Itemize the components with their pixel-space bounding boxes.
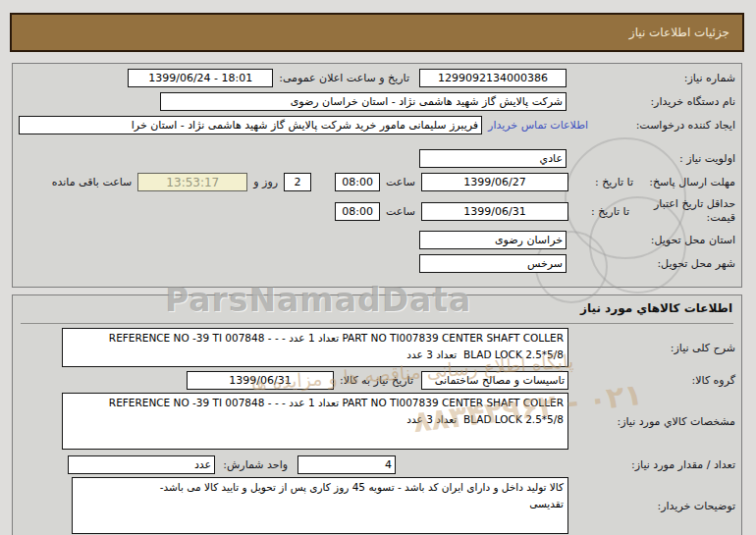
quantity-field[interactable]: 4 (297, 455, 396, 474)
creator-label: ایجاد کننده درخواست: (588, 119, 735, 132)
until-date-label: تا تاریخ : (568, 176, 633, 188)
announce-datetime-label: تاریخ و ساعت اعلان عمومی: (279, 72, 409, 84)
until-date-label-2: تا تاریخ : (568, 205, 629, 218)
section-divider (21, 323, 733, 324)
response-deadline-row: مهلت ارسال پاسخ: تا تاریخ : 1399/06/27 س… (19, 173, 735, 191)
validity-time-field[interactable]: 08:00 (335, 202, 380, 221)
countdown-timer: 13:53:17 (137, 173, 247, 191)
response-deadline-label: مهلت ارسال پاسخ: (633, 176, 735, 188)
buyer-notes-label: توضیحات خریدار: (568, 500, 735, 512)
need-number-label: شماره نیاز: (567, 72, 735, 84)
need-details-page: { "header": { "title": "جزئیات اطلاعات ن… (0, 0, 756, 535)
price-validity-label: حداقل تاریخ اعتبار قیمت: (629, 197, 735, 225)
need-number-row: شماره نیاز: 1299092134000386 تاریخ و ساع… (19, 69, 735, 87)
goods-info-panel: اطلاعات کالاهاي مورد نیاز شرح کلی نیاز: … (12, 294, 742, 535)
priority-label: اولویت نیاز : (567, 152, 735, 165)
need-info-panel: شماره نیاز: 1299092134000386 تاریخ و ساع… (12, 63, 742, 288)
goods-group-label: گروه کالا: (568, 374, 735, 387)
creator-row: ایجاد کننده درخواست: اطلاعات تماس خریدار… (19, 116, 735, 134)
buyer-contact-link[interactable]: اطلاعات تماس خریدار (488, 119, 588, 132)
need-description-textarea[interactable]: PART NO TI007839 CENTER SHAFT COLLER تعد… (62, 328, 568, 367)
goods-group-field[interactable]: تاسیسات و مصالح ساختمانی (421, 371, 568, 390)
deadline-time-field[interactable]: 08:00 (335, 173, 380, 191)
goods-group-row: گروه کالا: تاسیسات و مصالح ساختمانی تاری… (19, 371, 735, 390)
quantity-row: تعداد / مقدار مورد نیاز: 4 واحد شمارش: ع… (19, 455, 735, 474)
validity-date-field[interactable]: 1399/06/31 (421, 202, 568, 221)
need-date-field[interactable]: 1399/06/31 (187, 371, 334, 390)
creator-field[interactable]: فریبرز سلیمانی مامور خرید شرکت پالایش گا… (19, 116, 482, 134)
need-description-label: شرح کلی نیاز: (568, 342, 735, 354)
delivery-province-label: استان محل تحویل: (567, 234, 735, 246)
delivery-city-row: شهر محل تحویل: سرخس (19, 254, 735, 273)
buyer-name-field[interactable]: شرکت پالایش گاز شهید هاشمی نژاد - استان … (160, 92, 567, 111)
need-number-field[interactable]: 1299092134000386 (419, 69, 567, 87)
need-date-label: تاریخ نیاز به کالا: (340, 374, 413, 387)
page-title: جزئیات اطلاعات نیاز (629, 26, 742, 39)
quantity-label: تعداد / مقدار مورد نیاز: (568, 458, 735, 471)
deadline-date-field[interactable]: 1399/06/27 (421, 173, 568, 191)
buyer-notes-textarea[interactable]: کالا تولید داخل و دارای ایران کد باشد - … (72, 477, 568, 534)
delivery-city-field[interactable]: سرخس (419, 254, 567, 273)
buyer-name-row: نام دستگاه خریدار: شرکت پالایش گاز شهید … (19, 92, 735, 111)
unit-field[interactable]: عدد (68, 455, 215, 474)
days-and-label: روز و (253, 176, 278, 188)
goods-specs-textarea[interactable]: PART NO TI007839 CENTER SHAFT COLLER تعد… (62, 393, 568, 450)
hour-label-2: ساعت (386, 205, 415, 218)
page-header-bar: جزئیات اطلاعات نیاز (10, 13, 744, 52)
goods-specs-label: مشخصات کالاي مورد نیاز: (568, 415, 735, 428)
delivery-city-label: شهر محل تحویل: (567, 257, 735, 270)
buyer-name-label: نام دستگاه خریدار: (567, 95, 735, 108)
buyer-notes-row: توضیحات خریدار: کالا تولید داخل و دارای … (19, 481, 735, 530)
goods-specs-row: مشخصات کالاي مورد نیاز: PART NO TI007839… (19, 397, 735, 446)
priority-field[interactable]: عادي (419, 149, 567, 168)
delivery-province-row: استان محل تحویل: خراسان رضوی (19, 231, 735, 249)
announce-datetime-field[interactable]: 1399/06/24 - 18:01 (128, 69, 273, 87)
hours-remaining-label: ساعت باقی مانده (52, 176, 133, 188)
hour-label: ساعت (386, 176, 415, 188)
delivery-province-field[interactable]: خراسان رضوی (419, 231, 567, 249)
days-remaining-field: 2 (284, 173, 311, 191)
need-description-row: شرح کلی نیاز: PART NO TI007839 CENTER SH… (19, 331, 735, 364)
price-validity-row: حداقل تاریخ اعتبار قیمت: تا تاریخ : 1399… (19, 196, 735, 226)
goods-section-title: اطلاعات کالاهاي مورد نیاز (19, 300, 735, 316)
unit-label: واحد شمارش: (223, 458, 288, 471)
priority-row: اولویت نیاز : عادي (19, 149, 735, 168)
